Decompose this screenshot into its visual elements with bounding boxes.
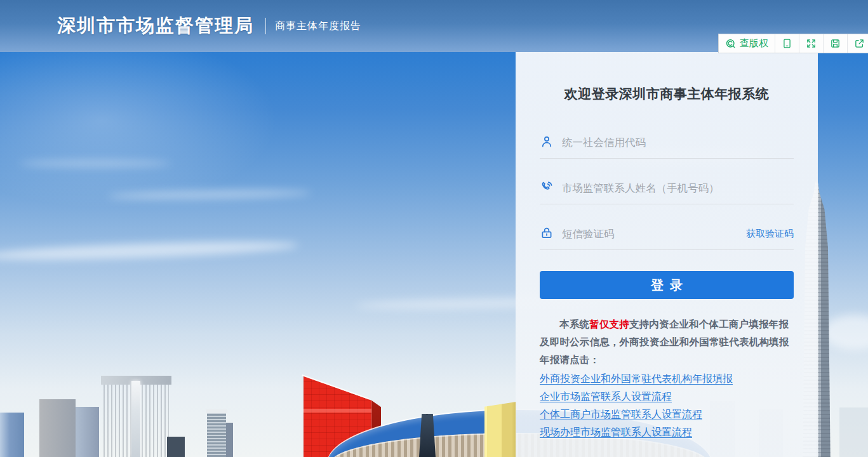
enterprise-contact-setup-link[interactable]: 企业市场监管联系人设置流程 <box>540 388 794 406</box>
cloud <box>0 238 298 263</box>
brand: 深圳市市场监督管理局 商事主体年度报告 <box>57 13 361 39</box>
get-verification-code-link[interactable]: 获取验证码 <box>746 228 794 240</box>
share-button[interactable] <box>848 34 868 53</box>
building-dark-lowrise <box>167 437 185 457</box>
user-icon <box>540 135 562 151</box>
save-icon <box>830 38 841 49</box>
sms-code-field: 获取验证码 <box>540 218 794 250</box>
phone-icon <box>540 180 562 197</box>
highlight-text: 暂仅支持 <box>589 319 629 329</box>
help-links: 外商投资企业和外国常驻代表机构年报填报 企业市场监管联系人设置流程 个体工商户市… <box>540 370 794 441</box>
copyright-search-icon <box>725 38 737 50</box>
building-glass-tower <box>0 413 24 457</box>
support-notice: 本系统暂仅支持支持内资企业和个体工商户填报年报及即时公示信息，外商投资企业和外国… <box>540 315 794 369</box>
login-form: 获取验证码 <box>540 127 794 250</box>
building-striped-tower <box>207 413 226 457</box>
credit-code-field <box>540 127 794 159</box>
contact-name-input[interactable] <box>562 182 794 194</box>
save-button[interactable] <box>824 34 848 53</box>
building-yellow-block <box>484 402 516 457</box>
onsite-contact-setup-link[interactable]: 现场办理市场监管联系人设置流程 <box>540 423 794 441</box>
sms-code-input[interactable] <box>562 228 741 240</box>
cloud <box>823 315 868 350</box>
convention-center-mast <box>419 414 436 457</box>
building-office-tower <box>76 407 99 457</box>
fullscreen-icon <box>806 38 817 49</box>
export-icon <box>854 38 865 49</box>
building-striped-tower <box>226 423 233 457</box>
foreign-annual-report-link[interactable]: 外商投资企业和外国常驻代表机构年报填报 <box>540 370 794 388</box>
mobile-view-button[interactable] <box>775 34 799 53</box>
check-copyright-label: 查版权 <box>740 37 768 50</box>
browser-toolbar: 查版权 <box>718 34 868 53</box>
cloud <box>19 160 171 167</box>
building-office-tower <box>39 399 76 457</box>
site-title: 深圳市市场监督管理局 <box>57 13 254 39</box>
login-panel: 欢迎登录深圳市商事主体年报系统 <box>516 52 818 457</box>
site-subtitle: 商事主体年度报告 <box>275 20 361 33</box>
check-copyright-button[interactable]: 查版权 <box>719 34 775 53</box>
title-divider <box>265 18 266 34</box>
building-ornate-tower <box>103 381 169 457</box>
login-title: 欢迎登录深圳市商事主体年报系统 <box>540 85 794 103</box>
lock-icon <box>540 226 562 242</box>
sky-glow <box>0 25 292 216</box>
credit-code-input[interactable] <box>562 136 794 149</box>
individual-contact-setup-link[interactable]: 个体工商户市场监管联系人设置流程 <box>540 406 794 423</box>
login-button[interactable]: 登录 <box>540 271 794 299</box>
page: 深圳市市场监督管理局 商事主体年度报告 查版权 <box>0 0 868 457</box>
tablet-icon <box>782 38 792 49</box>
fullscreen-button[interactable] <box>799 34 824 53</box>
building-faint <box>839 407 868 457</box>
contact-name-field <box>540 173 794 204</box>
